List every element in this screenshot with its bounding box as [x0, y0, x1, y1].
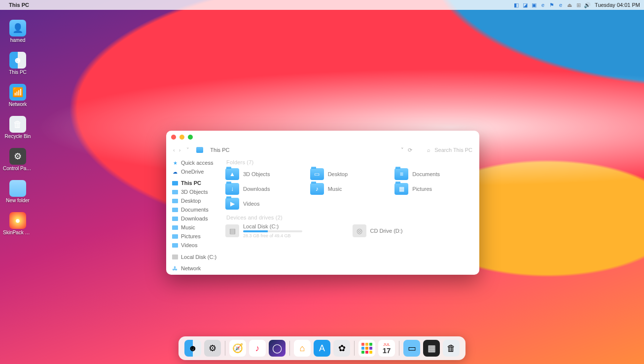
- drive-item[interactable]: ▤Local Disk (C:)28.3 GB free of 49.4 GB: [225, 223, 348, 238]
- desktop-icon-label: Recycle Bin: [5, 134, 31, 139]
- drive-icon: ▤: [225, 224, 239, 237]
- dock-trash[interactable]: 🗑: [443, 340, 460, 357]
- tray-volume-icon[interactable]: 🔊: [584, 1, 591, 8]
- folder-item[interactable]: ♪Music: [310, 183, 390, 195]
- folder-item[interactable]: ▦Pictures: [394, 183, 474, 195]
- dock-safari[interactable]: 🧭: [229, 340, 246, 357]
- close-button[interactable]: [171, 135, 176, 140]
- desktop-icon[interactable]: 📶Network: [3, 84, 33, 107]
- dock-show-desktop[interactable]: ▭: [403, 340, 420, 357]
- dock-appstore[interactable]: A: [314, 340, 330, 357]
- sidebar-item[interactable]: Videos: [172, 242, 221, 249]
- tray-icon[interactable]: e: [539, 1, 546, 8]
- dock-calendar[interactable]: JUL17: [378, 340, 395, 357]
- finder-icon: ☻: [9, 52, 26, 69]
- pc-icon: [196, 147, 203, 153]
- sidebar-item[interactable]: ☁OneDrive: [172, 168, 221, 175]
- refresh-button[interactable]: ⟳: [408, 147, 412, 153]
- dock-shortcuts[interactable]: ✿: [333, 340, 350, 357]
- folder-icon: ▦: [394, 183, 408, 195]
- folder-item[interactable]: ▭Desktop: [310, 168, 390, 180]
- user-folder-icon: 👤: [9, 20, 26, 36]
- toolbar: ‹ › ˅ This PC ˅ ⟳ ⌕ Search This PC: [166, 144, 479, 156]
- tray-icon[interactable]: ▣: [531, 1, 537, 8]
- drive-free: 28.3 GB free of 49.4 GB: [243, 233, 302, 238]
- drive-item[interactable]: ◎CD Drive (D:): [353, 223, 475, 238]
- desktop-icon[interactable]: 👤hamed: [3, 20, 33, 43]
- forward-button[interactable]: ›: [179, 147, 181, 153]
- dock-mission-control[interactable]: ▦: [423, 340, 440, 357]
- tray-icon[interactable]: ◪: [522, 1, 529, 8]
- view-dropdown-icon[interactable]: ˅: [401, 147, 404, 153]
- cloud-icon: ☁: [172, 169, 178, 175]
- sidebar-item[interactable]: 🖧Network: [172, 265, 221, 272]
- sidebar-label: Network: [181, 265, 201, 271]
- dock-separator: [225, 341, 225, 356]
- desktop-icon-label: hamed: [10, 37, 26, 43]
- desktop-icon-label: Network: [9, 102, 27, 107]
- window-titlebar[interactable]: [166, 131, 479, 144]
- folders-grid: ▲3D Objects▭Desktop≡Documents↓Downloads♪…: [225, 168, 474, 210]
- sidebar-item[interactable]: Pictures: [172, 233, 221, 240]
- usage-bar: [243, 230, 302, 232]
- sidebar-item[interactable]: Downloads: [172, 215, 221, 222]
- folder-icon: ♪: [310, 183, 324, 195]
- menubar-app-title[interactable]: This PC: [9, 2, 29, 8]
- dock-settings[interactable]: ⚙: [204, 340, 221, 357]
- content-pane: Folders (7) ▲3D Objects▭Desktop≡Document…: [221, 156, 479, 275]
- desktop-icon[interactable]: New folder: [3, 180, 33, 203]
- address-bar[interactable]: This PC: [210, 147, 229, 153]
- folder-label: 3D Objects: [243, 171, 270, 177]
- maximize-button[interactable]: [188, 135, 193, 140]
- folder-icon: [9, 180, 26, 197]
- cal-day: 17: [383, 347, 391, 354]
- folder-item[interactable]: ▲3D Objects: [225, 168, 305, 180]
- wifi-icon: 📶: [9, 84, 26, 101]
- minimize-button[interactable]: [179, 135, 184, 140]
- sidebar: ★Quick access☁OneDriveThis PC3D ObjectsD…: [166, 156, 221, 275]
- desktop-icon-label: Control Panel: [3, 166, 33, 171]
- network-icon: 🖧: [172, 265, 178, 271]
- star-icon: ★: [172, 160, 178, 166]
- dock-home[interactable]: ⌂: [294, 340, 311, 357]
- tray-icon[interactable]: e: [557, 1, 564, 8]
- back-button[interactable]: ‹: [173, 147, 175, 153]
- sidebar-item[interactable]: Music: [172, 224, 221, 231]
- folder-item[interactable]: ↓Downloads: [225, 183, 305, 195]
- folder-item[interactable]: ≡Documents: [394, 168, 474, 180]
- tray-icon[interactable]: ◧: [513, 1, 520, 8]
- sidebar-label: Quick access: [181, 160, 213, 166]
- folder-item[interactable]: ▶Videos: [225, 198, 305, 210]
- desktop-icon-label: This PC: [9, 70, 27, 75]
- system-tray: ◧ ◪ ▣ e ⚑ e ⏏ ⊞ 🔊: [513, 1, 591, 8]
- sidebar-item[interactable]: 3D Objects: [172, 188, 221, 195]
- sidebar-item[interactable]: Desktop: [172, 197, 221, 204]
- sidebar-item[interactable]: This PC: [172, 180, 221, 186]
- sidebar-item[interactable]: Local Disk (C:): [172, 254, 221, 260]
- up-button[interactable]: ˅: [186, 147, 189, 153]
- dock-launchpad[interactable]: [358, 340, 375, 357]
- tray-icon[interactable]: ⏏: [566, 1, 573, 8]
- desktop-icon[interactable]: ⚙Control Panel: [3, 148, 33, 171]
- search-icon[interactable]: ⌕: [427, 147, 430, 153]
- tray-icon[interactable]: ⚑: [548, 1, 555, 8]
- menubar-clock[interactable]: Tuesday 04:01 PM: [595, 2, 640, 8]
- drive-icon: ◎: [353, 224, 366, 237]
- folders-header: Folders (7): [226, 159, 474, 165]
- tray-icon[interactable]: ⊞: [575, 1, 582, 8]
- sidebar-item[interactable]: ★Quick access: [172, 159, 221, 166]
- desktop-icon[interactable]: ☻This PC: [3, 52, 33, 75]
- dock-music[interactable]: ♪: [249, 340, 266, 357]
- dock-separator: [289, 341, 290, 356]
- dock-finder[interactable]: ☻: [184, 340, 201, 357]
- dock-separator: [354, 341, 355, 356]
- folder-label: Downloads: [243, 186, 270, 192]
- search-input[interactable]: Search This PC: [434, 147, 472, 153]
- sidebar-item[interactable]: Documents: [172, 206, 221, 213]
- desktop-icon[interactable]: 🗑Recycle Bin: [3, 116, 33, 139]
- desktop-icon[interactable]: ●SkinPack macOS B…: [3, 212, 33, 235]
- sidebar-label: Downloads: [181, 216, 208, 221]
- dock-siri[interactable]: ◯: [269, 340, 286, 357]
- folder-icon: ↓: [225, 183, 239, 195]
- folder-label: Videos: [243, 201, 259, 207]
